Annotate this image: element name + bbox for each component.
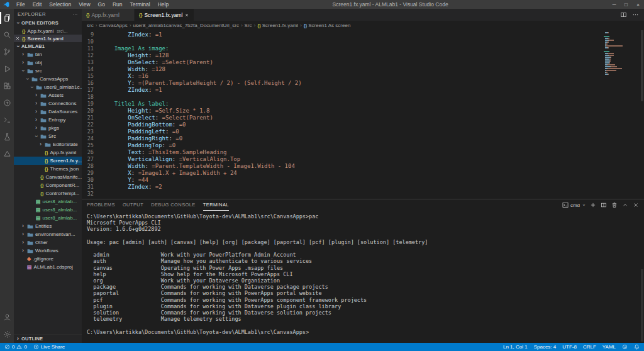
language-mode[interactable]: YAML [602, 344, 616, 350]
indentation[interactable]: Spaces: 4 [534, 344, 557, 350]
open-editor-screen1-fx-yaml[interactable]: {}Screen1.fx.yaml [14, 35, 82, 42]
breadcrumb-item-src[interactable]: src [87, 23, 94, 28]
encoding[interactable]: UTF-8 [562, 344, 577, 350]
file-icon: ▤ [36, 199, 41, 204]
tree-item-src[interactable]: ›Src [14, 132, 82, 140]
settings-icon[interactable] [0, 326, 14, 343]
tree-item-controltempl[interactable]: {}ControlTempl... [14, 189, 82, 198]
extensions-icon[interactable] [0, 77, 14, 94]
eol[interactable]: CRLF [583, 344, 596, 350]
tab-app-fx-yaml[interactable]: {}App.fx.yaml [82, 9, 135, 21]
tree-item-themes-json[interactable]: {}Themes.json [14, 165, 82, 173]
tab-screen1-fx-yaml[interactable]: {}Screen1.fx.yaml [135, 9, 194, 21]
tree-item-label: pkgs [48, 125, 59, 131]
tree-item-bin[interactable]: ›bin [14, 50, 82, 58]
feedback-smiley-icon[interactable] [622, 344, 628, 350]
shell-selector[interactable]: cmd › [562, 202, 586, 208]
tree-item-screen1-fx-y[interactable]: {}Screen1.fx.y... [14, 157, 82, 165]
workspace-root-header[interactable]: › ALMLAB1 [14, 42, 82, 50]
close-panel-icon[interactable] [633, 202, 639, 208]
tree-item-almlab1-cdsproj[interactable]: ▤ALMLab1.cdsproj [14, 263, 82, 271]
tree-item-app-fx-yaml[interactable]: {}App.fx.yaml [14, 148, 82, 157]
tree-item-workflows[interactable]: ›Workflows [14, 247, 82, 255]
panel-tab-output[interactable]: OUTPUT [123, 199, 143, 211]
open-editors-header[interactable]: › OPEN EDITORS [14, 19, 82, 27]
menu-view[interactable]: View [75, 1, 94, 8]
cursor-position[interactable]: Ln 1, Col 1 [503, 344, 528, 350]
panel-tab-terminal[interactable]: TERMINAL [203, 199, 229, 211]
close-window-button[interactable]: × [632, 2, 644, 8]
test-icon[interactable] [0, 128, 14, 145]
kill-terminal-icon[interactable] [611, 202, 618, 208]
menu-selection[interactable]: Selection [45, 1, 75, 8]
code-editor[interactable]: 9 ZIndex: =11011 Image1 As image:12 Heig… [82, 30, 599, 199]
scrollbar-thumb[interactable] [641, 30, 643, 101]
tree-item-connections[interactable]: ›Connections [14, 99, 82, 108]
account-icon[interactable] [0, 309, 14, 326]
tree-item-obj[interactable]: ›obj [14, 58, 82, 67]
tree-item-canvasmanife[interactable]: {}CanvasManife... [14, 173, 82, 181]
new-terminal-icon[interactable] [590, 202, 596, 208]
scrollbar-thumb[interactable] [641, 269, 643, 342]
live-share-button[interactable]: Live Share [33, 344, 65, 350]
menu-run[interactable]: Run [109, 1, 126, 8]
explorer-icon[interactable] [0, 9, 14, 26]
close-tab-icon[interactable] [184, 13, 189, 18]
minimap[interactable] [602, 32, 638, 77]
tree-item-user8-almlab[interactable]: ▤user8_almlab... [14, 214, 82, 222]
tree-item-pkgs[interactable]: ›pkgs [14, 124, 82, 132]
outline-header[interactable]: › OUTLINE [14, 334, 82, 343]
tree-item-assets[interactable]: ›Assets [14, 91, 82, 99]
more-editor-actions-icon[interactable] [632, 11, 639, 18]
tree-item-canvasapps[interactable]: ›CanvasApps [14, 75, 82, 83]
breadcrumb-item-src[interactable]: Src [245, 23, 252, 28]
breadcrumb-item-screen1-as-screen[interactable]: {}Screen1 As screen [304, 23, 351, 28]
code-line: 21 OnSelect: =Select(Parent) [82, 114, 599, 121]
breadcrumb-item-screen1-fx-yaml[interactable]: {}Screen1.fx.yaml [257, 23, 298, 28]
tree-item-other[interactable]: ›Other [14, 238, 82, 247]
terminal-scrollbar[interactable] [640, 211, 644, 343]
tree-item-environmentvari[interactable]: ›environmentvari... [14, 230, 82, 238]
live-share-icon[interactable] [0, 94, 14, 111]
tree-item-entities[interactable]: ›Entities [14, 222, 82, 230]
tree-item-datasources[interactable]: ›DataSources [14, 108, 82, 116]
close-editor-icon[interactable] [15, 36, 20, 41]
power-platform-icon[interactable] [0, 145, 14, 162]
tree-item-gitignore[interactable]: ◆.gitignore [14, 255, 82, 263]
maximize-panel-icon[interactable] [622, 202, 628, 208]
breadcrumb-item-user8-almlab1canvas-7b2fa-documenturi-src[interactable]: user8_almlab1canvas_7b2fa_DocumentUri_sr… [133, 23, 239, 28]
panel-tab-problems[interactable]: PROBLEMS [87, 199, 115, 211]
menu-terminal[interactable]: Terminal [126, 1, 154, 8]
code-line: 27 VerticalAlign: =VerticalAlign.Top [82, 156, 599, 163]
open-editor-app-fx-yaml[interactable]: {}App.fx.yamlsrc\... [14, 27, 82, 35]
menu-go[interactable]: Go [94, 1, 109, 8]
menu-edit[interactable]: Edit [29, 1, 46, 8]
tree-item-src[interactable]: ›src [14, 67, 82, 75]
source-control-icon[interactable] [0, 43, 14, 60]
panel-tab-debug-console[interactable]: DEBUG CONSOLE [151, 199, 196, 211]
terminal[interactable]: C:\Users\kartikka\Documents\GitHub\Toyot… [82, 211, 644, 343]
search-icon[interactable] [0, 26, 14, 43]
breadcrumb-item-canvasapps[interactable]: CanvasApps [99, 23, 127, 28]
tree-item-label: user8_almlab... [43, 215, 77, 221]
remote-explorer-icon[interactable] [0, 111, 14, 128]
vscode-window: FileEditSelectionViewGoRunTerminalHelp S… [0, 0, 644, 351]
minimize-button[interactable]: ─ [608, 2, 620, 8]
split-terminal-icon[interactable] [601, 202, 607, 208]
editor-scrollbar[interactable] [640, 30, 644, 199]
tree-item-user8-almlab1c[interactable]: ›user8_almlab1c... [14, 83, 82, 91]
menu-help[interactable]: Help [154, 1, 172, 8]
tree-item-user8-almlab[interactable]: ▤user8_almlab... [14, 206, 82, 214]
split-editor-icon[interactable] [620, 11, 627, 18]
tree-item-componentr[interactable]: {}ComponentR... [14, 181, 82, 189]
tree-item-editorstate[interactable]: ›EditorState [14, 140, 82, 148]
menu-file[interactable]: File [13, 1, 29, 8]
problems-indicator[interactable]: 0 0 [4, 344, 27, 350]
tree-item-user8-almlab[interactable]: ▤user8_almlab... [14, 198, 82, 206]
run-debug-icon[interactable] [0, 60, 14, 77]
tree-item-entropy[interactable]: ›Entropy [14, 116, 82, 124]
notifications-bell-icon[interactable] [634, 344, 640, 350]
maximize-button[interactable]: □ [620, 2, 632, 8]
breadcrumb-label: user8_almlab1canvas_7b2fa_DocumentUri_sr… [133, 23, 239, 28]
more-actions-icon[interactable] [72, 11, 78, 17]
